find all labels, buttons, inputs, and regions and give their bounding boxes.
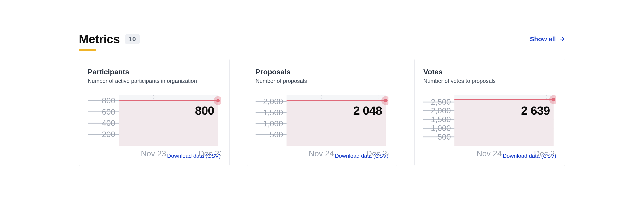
chart-participants: 200400600800Nov 23Dec 23 800 — [88, 95, 221, 144]
svg-text:1,500: 1,500 — [431, 115, 451, 124]
metric-card-votes: Votes Number of votes to proposals 5001,… — [414, 59, 565, 166]
metric-value: 2 639 — [521, 104, 550, 118]
svg-text:2,500: 2,500 — [431, 97, 451, 106]
svg-text:Dec 24: Dec 24 — [534, 149, 556, 158]
chart-proposals: 5001,0001,5002,000Nov 24Dec 24 2 048 — [256, 95, 388, 144]
svg-point-38 — [384, 99, 388, 103]
svg-text:1,500: 1,500 — [263, 108, 283, 117]
title-accent — [79, 49, 96, 51]
svg-text:200: 200 — [102, 130, 115, 139]
svg-point-60 — [552, 98, 556, 102]
svg-text:Dec 24: Dec 24 — [366, 149, 388, 158]
svg-text:400: 400 — [102, 119, 115, 128]
svg-text:Nov 24: Nov 24 — [308, 149, 334, 158]
svg-text:2,000: 2,000 — [263, 97, 283, 106]
metric-value: 2 048 — [353, 104, 382, 118]
svg-text:500: 500 — [438, 132, 451, 141]
metrics-header: Metrics 10 Show all — [79, 32, 565, 46]
metric-card-participants: Participants Number of active participan… — [79, 59, 230, 166]
chart-votes: 5001,0001,5002,0002,500Nov 24Dec 24 2 63… — [423, 95, 556, 144]
arrow-right-icon — [559, 36, 565, 42]
metrics-cards-row: Participants Number of active participan… — [79, 59, 565, 166]
svg-text:2,000: 2,000 — [431, 106, 451, 115]
svg-point-19 — [216, 99, 220, 103]
svg-text:800: 800 — [102, 96, 115, 105]
metric-value: 800 — [195, 104, 214, 118]
svg-text:600: 600 — [102, 108, 115, 116]
card-title: Proposals — [256, 68, 388, 76]
svg-text:Nov 23: Nov 23 — [141, 149, 166, 158]
metric-card-proposals: Proposals Number of proposals 5001,0001,… — [246, 59, 398, 166]
card-title: Participants — [88, 68, 221, 76]
show-all-label: Show all — [530, 35, 556, 43]
card-title: Votes — [423, 68, 556, 76]
page-title: Metrics — [79, 32, 120, 46]
card-subtitle: Number of active participants in organiz… — [88, 78, 221, 84]
svg-text:1,000: 1,000 — [263, 119, 283, 128]
svg-text:Nov 24: Nov 24 — [476, 149, 502, 158]
svg-text:1,000: 1,000 — [431, 124, 451, 133]
show-all-link[interactable]: Show all — [530, 35, 565, 43]
svg-text:Dec 23: Dec 23 — [198, 149, 221, 158]
card-subtitle: Number of votes to proposals — [423, 78, 556, 84]
card-subtitle: Number of proposals — [256, 78, 388, 84]
svg-text:500: 500 — [270, 130, 283, 139]
metrics-count-badge: 10 — [125, 34, 140, 44]
